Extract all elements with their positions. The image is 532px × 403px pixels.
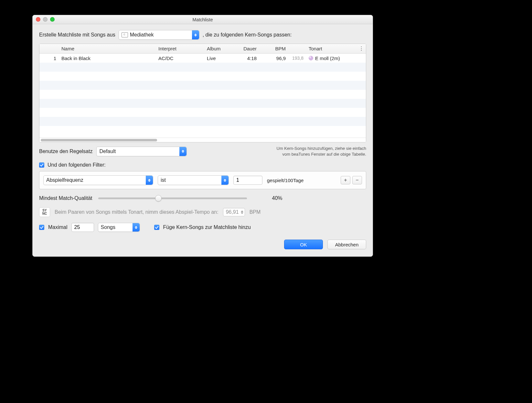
cell-bpm: 96,9 [259,56,288,61]
col-tonart[interactable]: Tonart [306,46,366,51]
zoom-icon[interactable] [50,17,55,22]
table-body[interactable]: 1 Back in Black AC/DC Live 4:18 96,9 193… [39,54,366,138]
source-select[interactable]: Mediathek [119,30,199,40]
filter-add-remove: + − [341,176,362,184]
window-controls [36,17,55,22]
filter-operator-value: ist [161,177,166,183]
sync-icon[interactable]: SYNC [39,207,50,217]
cell-num: 1 [39,56,59,61]
ok-button[interactable]: OK [284,240,323,249]
col-name[interactable]: Name [59,46,156,51]
source-row: Erstelle Matchliste mit Songs aus Mediat… [39,30,366,40]
dialog-window: Matchliste Erstelle Matchliste mit Songs… [32,15,373,257]
chevron-updown-icon [221,176,229,185]
filter-box: Abspielfrequenz ist gespielt/100Tage + − [39,171,366,189]
table-row: . [39,117,366,126]
quality-label: Mindest Match-Qualität [39,195,92,201]
sync-bpm-stepper[interactable]: 96,91 [223,208,245,216]
window-title: Matchliste [192,17,213,22]
horizontal-scrollbar[interactable] [39,138,366,142]
remove-filter-button[interactable]: − [352,176,362,184]
library-icon [122,32,128,37]
max-row: Maximal Songs Füge Kern-Songs zur Matchl… [39,223,366,232]
cell-bpm2: 193,8 [288,56,306,61]
table-row: . [39,90,366,99]
add-filter-button[interactable]: + [341,176,350,184]
ruleset-select[interactable]: Default [96,147,187,156]
quality-value: 40% [272,195,282,201]
seed-hint: Um Kern-Songs hinzuzufügen, ziehe sie ei… [253,146,366,157]
chevron-updown-icon [179,147,186,156]
ruleset-label: Benutze den Regelsatz [39,149,92,154]
table-row: . [39,126,366,135]
sync-bpm-unit: BPM [250,209,261,215]
add-seeds-checkbox[interactable] [154,225,159,230]
max-unit-select[interactable]: Songs [98,223,140,232]
titlebar: Matchliste [33,15,373,24]
cell-name: Back in Black [59,56,156,61]
table-row: . [39,99,366,108]
filter-field-select[interactable]: Abspielfrequenz [43,175,153,185]
add-seeds-label: Füge Kern-Songs zur Matchliste hinzu [163,224,251,230]
col-dauer[interactable]: Dauer [237,46,259,51]
filter-checkbox[interactable] [39,162,44,168]
close-icon[interactable] [36,17,40,22]
filter-value-input[interactable] [233,176,262,185]
column-options-icon[interactable]: ⋮ [359,46,364,52]
table-row: . [39,81,366,90]
filter-checkbox-row: Und den folgenden Filter: [39,162,366,168]
table-header: Name Interpret Album Dauer BPM Tonart ⋮ [39,44,366,54]
max-checkbox[interactable] [39,225,44,230]
cell-album: Live [204,56,237,61]
ruleset-select-value: Default [99,149,116,154]
col-bpm[interactable]: BPM [259,46,288,51]
sync-text: Beim Paaren von Songs mittels Tonart, ni… [55,209,218,215]
col-album[interactable]: Album [204,46,237,51]
max-value-input[interactable] [71,223,94,232]
quality-row: Mindest Match-Qualität 40% [39,195,366,202]
footer: OK Abbrechen [39,240,366,249]
quality-slider[interactable] [98,195,247,202]
key-color-icon [309,56,313,60]
sync-row: SYNC Beim Paaren von Songs mittels Tonar… [39,207,366,217]
table-row[interactable]: 1 Back in Black AC/DC Live 4:18 96,9 193… [39,54,366,63]
cancel-button[interactable]: Abbrechen [327,240,366,249]
filter-unit-label: gespielt/100Tage [267,178,303,183]
table-row: . [39,72,366,81]
table-row: . [39,108,366,117]
slider-track [98,198,247,199]
chevron-updown-icon [133,223,140,232]
sync-bpm-value: 96,91 [226,209,239,215]
source-select-value: Mediathek [130,32,154,38]
filter-operator-select[interactable]: ist [158,175,229,185]
cell-tonart: E moll (2m) [306,56,366,61]
content: Erstelle Matchliste mit Songs aus Mediat… [33,24,373,256]
cell-dauer: 4:18 [237,56,259,61]
col-interpret[interactable]: Interpret [156,46,204,51]
filter-checkbox-label: Und den folgenden Filter: [48,162,106,168]
max-label: Maximal [48,224,68,230]
cell-interpret: AC/DC [156,56,204,61]
source-suffix-label: , die zu folgenden Kern-Songs passen: [203,32,292,38]
chevron-updown-icon [146,176,153,185]
ruleset-row: Benutze den Regelsatz Default Um Kern-So… [39,146,366,157]
stepper-arrows-icon[interactable] [241,211,243,214]
seed-table: Name Interpret Album Dauer BPM Tonart ⋮ … [39,44,366,142]
chevron-updown-icon [192,30,199,39]
scrollbar-thumb[interactable] [41,139,157,141]
max-unit-value: Songs [101,224,115,230]
source-prefix-label: Erstelle Matchliste mit Songs aus [39,32,115,38]
slider-knob[interactable] [155,195,162,202]
filter-field-value: Abspielfrequenz [46,177,83,183]
table-row: . [39,63,366,72]
minimize-icon[interactable] [43,17,48,22]
